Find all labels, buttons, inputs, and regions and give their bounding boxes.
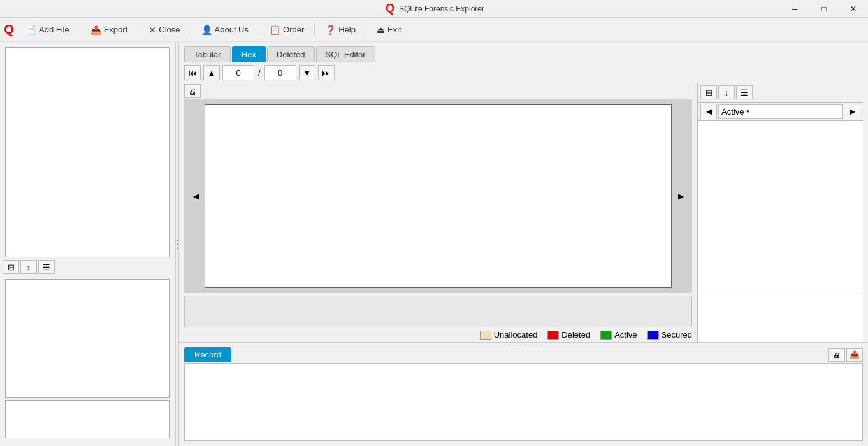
legend-secured-label: Secured bbox=[662, 330, 692, 340]
legend-secured: Secured bbox=[647, 330, 692, 340]
menu-sep-4 bbox=[259, 23, 259, 37]
hex-inner-content bbox=[205, 104, 672, 288]
hex-scroll-left-button[interactable]: ◀ bbox=[189, 104, 202, 288]
left-toolbar-btn2[interactable]: ↕ bbox=[20, 260, 37, 274]
legend-deleted: Deleted bbox=[547, 330, 590, 340]
tab-tabular[interactable]: Tabular bbox=[184, 46, 231, 62]
menu-order-label: Order bbox=[283, 25, 304, 34]
right-toolbar-btn3[interactable]: ☰ bbox=[736, 85, 753, 99]
splitter-dot-3 bbox=[177, 247, 178, 249]
menu-add-file[interactable]: 📄 Add File bbox=[19, 20, 76, 40]
hex-viewer: ◀ ▶ bbox=[184, 99, 692, 293]
right-side-nav: ◀ Active ▼ ▶ bbox=[698, 103, 863, 121]
q-logo: Q bbox=[384, 2, 396, 15]
record-toolbar-btn2[interactable]: 📤 bbox=[846, 348, 863, 362]
nav-next-icon: ▼ bbox=[303, 68, 311, 78]
help-icon: ❓ bbox=[325, 25, 336, 35]
record-content bbox=[184, 363, 863, 441]
maximize-button[interactable]: □ bbox=[809, 0, 839, 18]
left-top-area bbox=[5, 47, 170, 257]
menu-add-file-label: Add File bbox=[39, 25, 69, 34]
right-side-content bbox=[698, 121, 863, 291]
nav-first-button[interactable]: ⏮ bbox=[184, 65, 201, 80]
left-toolbar: ⊞ ↕ ☰ bbox=[0, 257, 175, 274]
legend-active: Active bbox=[600, 330, 637, 340]
nav-prev-icon: ▲ bbox=[208, 68, 216, 78]
menu-about-us[interactable]: 👤 About Us bbox=[195, 20, 255, 40]
hex-area: ⏮ ▲ / ▼ ⏭ bbox=[179, 62, 868, 342]
about-us-icon: 👤 bbox=[201, 25, 212, 35]
hex-scroll-right-button[interactable]: ▶ bbox=[674, 104, 687, 288]
nav-slash: / bbox=[257, 68, 262, 78]
menu-export[interactable]: 📤 Export bbox=[84, 20, 134, 40]
nav-next-button[interactable]: ▼ bbox=[299, 65, 315, 80]
legend-unallocated-label: Unallocated bbox=[494, 330, 538, 340]
list-icon: ☰ bbox=[43, 263, 50, 272]
menu-bar: Q 📄 Add File 📤 Export ✕ Close 👤 About Us… bbox=[0, 18, 868, 42]
legend-unallocated: Unallocated bbox=[480, 330, 538, 340]
legend-active-box bbox=[600, 331, 612, 340]
menu-exit-label: Exit bbox=[387, 25, 401, 34]
dropdown-arrow-icon: ▼ bbox=[745, 109, 750, 115]
tab-tabular-label: Tabular bbox=[194, 50, 221, 59]
menu-close-label: Close bbox=[159, 25, 180, 34]
tab-hex[interactable]: Hex bbox=[232, 46, 266, 62]
minimize-button[interactable]: ─ bbox=[780, 0, 809, 18]
menu-sep-1 bbox=[80, 23, 80, 37]
menu-help[interactable]: ❓ Help bbox=[319, 20, 362, 40]
active-filter-dropdown[interactable]: Active ▼ bbox=[718, 104, 843, 119]
tab-deleted-label: Deleted bbox=[277, 50, 305, 59]
left-toolbar-btn3[interactable]: ☰ bbox=[38, 260, 55, 274]
right-toolbar-btn2[interactable]: ↕ bbox=[718, 85, 735, 99]
window-controls: ─ □ ✕ bbox=[780, 0, 868, 18]
right-toolbar-icon1: ⊞ bbox=[705, 88, 712, 97]
menu-exit[interactable]: ⏏ Exit bbox=[370, 20, 408, 40]
left-bottom-table bbox=[5, 279, 170, 398]
menu-export-label: Export bbox=[104, 25, 128, 34]
left-toolbar-btn1[interactable]: ⊞ bbox=[3, 260, 19, 274]
menu-close[interactable]: ✕ Close bbox=[142, 20, 186, 40]
right-side-bottom bbox=[698, 291, 863, 342]
main-layout: ⊞ ↕ ☰ Tabular Hex bbox=[0, 42, 868, 446]
active-filter-label: Active bbox=[721, 107, 744, 117]
print-icon: 🖨 bbox=[189, 87, 197, 96]
close-button[interactable]: ✕ bbox=[839, 0, 868, 18]
grid-icon: ⊞ bbox=[8, 263, 15, 272]
tab-sql-editor[interactable]: SQL Editor bbox=[316, 46, 375, 62]
menu-help-label: Help bbox=[338, 25, 356, 34]
legend-deleted-box bbox=[547, 331, 559, 340]
add-file-icon: 📄 bbox=[25, 25, 36, 35]
right-toolbar-btn1[interactable]: ⊞ bbox=[700, 85, 717, 99]
tab-hex-label: Hex bbox=[242, 50, 256, 59]
right-nav-prev[interactable]: ◀ bbox=[700, 104, 717, 119]
right-toolbar-icon3: ☰ bbox=[741, 88, 748, 97]
menu-sep-5 bbox=[314, 23, 315, 37]
right-side-toolbar: ⊞ ↕ ☰ bbox=[698, 83, 863, 103]
record-toolbar: 🖨 📤 bbox=[828, 348, 863, 362]
nav-prev-button[interactable]: ▲ bbox=[203, 65, 220, 80]
hex-toolbar2: 🖨 bbox=[184, 83, 692, 99]
nav-first-icon: ⏮ bbox=[189, 68, 197, 78]
menu-order[interactable]: 📋 Order bbox=[263, 20, 310, 40]
horizontal-divider[interactable]: · · · · · · · · bbox=[179, 342, 868, 347]
nav-total-input[interactable] bbox=[264, 65, 296, 80]
hex-main: 🖨 ◀ ▶ Unallocate bbox=[184, 83, 692, 342]
tab-deleted[interactable]: Deleted bbox=[267, 46, 315, 62]
nav-current-input[interactable] bbox=[222, 65, 254, 80]
menu-sep-3 bbox=[191, 23, 191, 37]
nav-last-icon: ⏭ bbox=[322, 68, 330, 78]
record-header: Record 🖨 📤 bbox=[184, 347, 863, 362]
exit-icon: ⏏ bbox=[377, 25, 385, 35]
record-tab[interactable]: Record bbox=[184, 347, 231, 362]
record-toolbar-btn1[interactable]: 🖨 bbox=[828, 348, 845, 362]
hex-legend: Unallocated Deleted Active Secured bbox=[184, 327, 692, 342]
export-icon: 📤 bbox=[90, 25, 101, 35]
menu-sep-6 bbox=[366, 23, 366, 37]
order-icon: 📋 bbox=[270, 25, 280, 35]
nav-last-button[interactable]: ⏭ bbox=[318, 65, 335, 80]
right-nav-next[interactable]: ▶ bbox=[844, 104, 860, 119]
splitter-dot-2 bbox=[177, 243, 178, 245]
menu-q-logo: Q bbox=[3, 22, 15, 37]
record-export-icon: 📤 bbox=[850, 350, 860, 359]
hex-toolbar-btn1[interactable]: 🖨 bbox=[184, 84, 201, 98]
